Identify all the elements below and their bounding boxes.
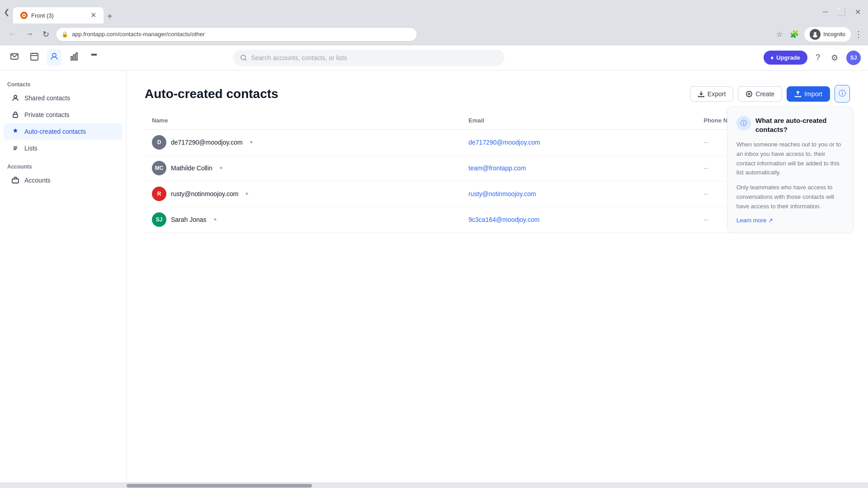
settings-button[interactable]: ⚙ <box>828 50 841 66</box>
analytics-icon-button[interactable] <box>67 49 81 66</box>
address-bar[interactable]: 🔒 app.frontapp.com/contacts-manager/cont… <box>56 27 417 42</box>
svg-line-17 <box>245 59 247 61</box>
phone-value: -- <box>703 216 708 223</box>
info-button[interactable]: ⓘ <box>835 85 850 103</box>
contact-email-3[interactable]: 9c3ca164@moodjoy.com <box>461 207 696 233</box>
sidebar-item-private-contacts[interactable]: Private contacts <box>4 107 123 123</box>
header-actions: Export Create Import ⓘ <box>690 85 850 103</box>
contacts-icon-button[interactable] <box>47 49 61 66</box>
scrollbar-thumb[interactable] <box>127 484 312 488</box>
shared-contacts-label: Shared contacts <box>24 94 70 102</box>
svg-rect-19 <box>13 114 18 117</box>
email-link[interactable]: team@frontapp.com <box>468 164 526 172</box>
lock-icon: 🔒 <box>61 31 68 38</box>
top-toolbar: ♦ Upgrade ? ⚙ SJ <box>0 45 868 70</box>
search-bar[interactable] <box>233 50 505 66</box>
auto-created-badge: ✦ <box>245 191 249 197</box>
minimize-button[interactable]: ─ <box>819 6 831 18</box>
sidebar-item-auto-created[interactable]: Auto-created contacts <box>4 123 123 140</box>
info-panel-header: ⓘ What are auto-created contacts? <box>736 116 844 134</box>
user-avatar[interactable]: SJ <box>846 51 861 65</box>
learn-more-icon: ↗ <box>768 217 773 224</box>
contact-name-cell-3: SJ Sarah Jonas ✦ <box>145 207 461 233</box>
phone-value: -- <box>703 164 708 172</box>
contact-email-0[interactable]: de717290@moodjoy.com <box>461 130 696 155</box>
new-tab-button[interactable]: + <box>104 9 116 23</box>
svg-rect-11 <box>74 55 75 60</box>
back-button[interactable]: ← <box>5 28 19 41</box>
info-panel: ⓘ What are auto-created contacts? When s… <box>727 107 854 233</box>
info-panel-icon: ⓘ <box>736 116 751 131</box>
contact-name: de717290@moodjoy.com <box>171 139 243 146</box>
contacts-section-label: Contacts <box>0 78 126 89</box>
phone-value: -- <box>703 190 708 197</box>
contacts-section: Contacts Shared contacts Private contact… <box>0 78 126 156</box>
contact-avatar: SJ <box>152 212 166 227</box>
svg-point-1 <box>23 14 25 16</box>
accounts-icon <box>11 176 20 185</box>
auto-created-badge: ✦ <box>249 139 254 145</box>
page-header: Auto-created contacts Export Create Impo… <box>145 85 850 103</box>
contact-name: rusty@notinmoojoy.com <box>171 190 238 197</box>
create-button[interactable]: Create <box>738 86 782 102</box>
export-button[interactable]: Export <box>690 86 733 102</box>
more-apps-button[interactable] <box>87 49 101 66</box>
email-link[interactable]: de717290@moodjoy.com <box>468 139 540 146</box>
contact-name-cell-1: MC Mathilde Collin ✦ <box>145 155 461 181</box>
help-button[interactable]: ? <box>813 50 823 65</box>
contact-avatar: R <box>152 187 166 201</box>
learn-more-link[interactable]: Learn more ↗ <box>736 217 844 224</box>
active-tab[interactable]: Front (3) ✕ <box>13 7 104 23</box>
svg-rect-10 <box>71 56 72 60</box>
svg-point-18 <box>14 95 17 98</box>
svg-point-9 <box>52 53 56 57</box>
search-input[interactable] <box>251 54 498 61</box>
import-button[interactable]: Import <box>787 86 830 102</box>
lists-label: Lists <box>24 145 38 152</box>
maximize-button[interactable]: ⬜ <box>833 6 849 18</box>
sidebar-item-accounts[interactable]: Accounts <box>4 172 123 188</box>
incognito-chip: Incognito <box>804 27 851 42</box>
reload-button[interactable]: ↻ <box>40 28 52 41</box>
private-contacts-icon <box>11 110 20 119</box>
accounts-label: Accounts <box>24 177 51 184</box>
svg-rect-5 <box>31 53 38 60</box>
extensions-button[interactable]: 🧩 <box>788 28 801 40</box>
browser-more-button[interactable]: ⋮ <box>854 29 863 39</box>
contact-email-2[interactable]: rusty@notinmoojoy.com <box>461 181 696 207</box>
svg-point-15 <box>95 54 97 56</box>
email-link[interactable]: rusty@notinmoojoy.com <box>468 190 536 197</box>
bottom-scrollbar[interactable] <box>0 483 868 488</box>
sidebar-item-lists[interactable]: Lists <box>4 140 123 156</box>
svg-point-13 <box>92 54 93 56</box>
auto-created-badge: ✦ <box>219 165 223 171</box>
col-email: Email <box>461 113 696 130</box>
page-title: Auto-created contacts <box>145 87 278 101</box>
accounts-section: Accounts Accounts <box>0 160 126 188</box>
tab-close-button[interactable]: ✕ <box>90 12 96 19</box>
svg-point-2 <box>814 32 816 35</box>
svg-point-3 <box>813 35 817 38</box>
inbox-icon-button[interactable] <box>7 49 22 66</box>
tab-title: Front (3) <box>31 12 54 19</box>
export-label: Export <box>708 90 726 98</box>
forward-button[interactable]: → <box>23 28 36 41</box>
tab-list-arrow[interactable]: ❮ <box>4 8 9 16</box>
calendar-icon-button[interactable] <box>27 49 42 66</box>
contact-email-1[interactable]: team@frontapp.com <box>461 155 696 181</box>
svg-point-14 <box>94 54 95 56</box>
contact-avatar: D <box>152 135 166 150</box>
url-text: app.frontapp.com/contacts-manager/contac… <box>72 31 205 38</box>
contact-name: Sarah Jonas <box>171 216 207 223</box>
email-link[interactable]: 9c3ca164@moodjoy.com <box>468 216 539 223</box>
close-window-button[interactable]: ✕ <box>851 6 864 18</box>
tab-favicon <box>20 12 28 19</box>
bookmark-button[interactable]: ☆ <box>774 28 784 40</box>
sidebar-item-shared-contacts[interactable]: Shared contacts <box>4 90 123 106</box>
upgrade-icon: ♦ <box>771 54 774 61</box>
sidebar: Contacts Shared contacts Private contact… <box>0 70 127 483</box>
upgrade-button[interactable]: ♦ Upgrade <box>764 51 807 65</box>
phone-value: -- <box>703 139 708 146</box>
private-contacts-label: Private contacts <box>24 111 70 118</box>
contact-name: Mathilde Collin <box>171 164 212 172</box>
